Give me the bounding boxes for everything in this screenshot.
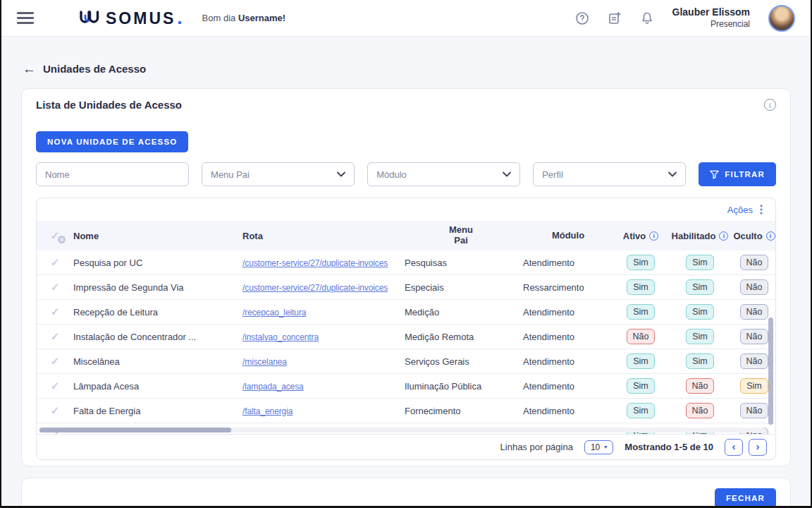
- row-modulo: Atendimento: [517, 307, 613, 318]
- row-menu-pai: Medição: [403, 307, 517, 318]
- oculto-info-icon[interactable]: i: [766, 231, 775, 241]
- chevron-down-icon: [337, 171, 345, 177]
- row-modulo: Atendimento: [517, 356, 613, 367]
- logo-text: SOMUS: [106, 9, 176, 28]
- fechar-button[interactable]: FECHAR: [715, 488, 776, 508]
- funnel-icon: [710, 170, 719, 179]
- note-add-icon[interactable]: [608, 11, 622, 25]
- avatar[interactable]: [768, 5, 795, 32]
- habilitado-badge: Não: [686, 378, 715, 394]
- row-modulo: Atendimento: [517, 332, 613, 342]
- user-name: Glauber Elissom: [672, 6, 750, 19]
- row-check-icon[interactable]: ✓: [51, 306, 60, 318]
- showing-range: Mostrando 1-5 de 10: [625, 442, 713, 452]
- row-menu-pai: Iluminação Pública: [403, 381, 517, 392]
- menu-pai-select[interactable]: Menu Pai: [202, 162, 355, 186]
- modulo-select[interactable]: Módulo: [367, 162, 520, 186]
- row-rota-link[interactable]: /recepcao_leitura: [242, 308, 306, 318]
- oculto-badge: Não: [740, 279, 769, 295]
- ativo-badge: Sim: [627, 255, 655, 270]
- row-nome: Instalação de Concentrador ...: [73, 332, 242, 342]
- bell-icon[interactable]: [640, 11, 654, 25]
- row-rota-link[interactable]: /customer-service/27/duplicate-invoices: [242, 258, 388, 268]
- row-check-icon[interactable]: ✓: [51, 380, 60, 392]
- filter-bar: Menu Pai Módulo Perfil: [36, 162, 776, 186]
- app-window: SOMUS . Bom dia Username!: [0, 0, 812, 508]
- access-units-table: Ações ⋮ ✓ 0 Nome Rota Menu Pai Módulo: [36, 198, 776, 460]
- greeting: Bom dia Username!: [202, 13, 286, 23]
- table-row: ✓ Instalação de Concentrador ... /instal…: [37, 325, 775, 349]
- row-nome: Miscelânea: [73, 356, 242, 367]
- row-rota-link[interactable]: /customer-service/27/duplicate-invoices: [242, 283, 388, 293]
- ativo-badge: Sim: [627, 353, 655, 369]
- row-check-icon[interactable]: ✓: [51, 330, 60, 342]
- pagination-bar: Linhas por página 10 ▾ Mostrando 1-5 de …: [37, 434, 775, 459]
- kebab-icon[interactable]: ⋮: [756, 204, 767, 215]
- rows-per-page-label: Linhas por página: [500, 442, 573, 452]
- ativo-badge: Sim: [627, 378, 655, 394]
- table-row: ✓ Pesquisa por UC /customer-service/27/d…: [37, 250, 775, 275]
- oculto-badge: Não: [740, 304, 769, 320]
- filtrar-button[interactable]: FILTRAR: [699, 162, 776, 186]
- caret-down-icon: ▾: [604, 444, 607, 450]
- next-page-button[interactable]: ›: [749, 439, 767, 456]
- row-nome: Recepção de Leitura: [73, 307, 242, 318]
- row-menu-pai: Fornecimento: [403, 406, 517, 416]
- actions-menu[interactable]: Ações: [727, 205, 753, 215]
- table-row: ✓ Miscelânea /miscelanea Serviços Gerais…: [37, 349, 775, 374]
- row-rota-link[interactable]: /miscelanea: [242, 357, 287, 367]
- habilitado-badge: Sim: [686, 304, 714, 320]
- logo-dot: .: [177, 7, 182, 29]
- row-check-icon[interactable]: ✓: [51, 404, 60, 416]
- row-menu-pai: Medição Remota: [403, 332, 517, 342]
- select-all-check-icon[interactable]: ✓ 0: [51, 229, 60, 242]
- horizontal-scrollbar[interactable]: [39, 428, 231, 433]
- row-rota-link[interactable]: /falta_energia: [242, 406, 293, 416]
- oculto-badge: Não: [740, 329, 769, 344]
- rows-per-page-select[interactable]: 10 ▾: [584, 440, 613, 454]
- row-menu-pai: Especiais: [403, 282, 517, 293]
- menu-icon[interactable]: [17, 12, 34, 24]
- habilitado-info-icon[interactable]: i: [719, 231, 728, 241]
- row-check-icon[interactable]: ✓: [51, 256, 60, 268]
- row-modulo: Atendimento: [517, 381, 613, 392]
- habilitado-badge: Sim: [686, 353, 714, 369]
- back-arrow-icon[interactable]: ←: [23, 62, 36, 75]
- col-menu-pai: Menu Pai: [403, 225, 517, 246]
- vertical-scrollbar[interactable]: [768, 318, 773, 425]
- greeting-username: Username!: [238, 13, 285, 23]
- prev-page-button[interactable]: ‹: [725, 439, 743, 456]
- card-info-icon[interactable]: i: [764, 99, 776, 111]
- access-units-card: Lista de Unidades de Acesso i NOVA UNIDA…: [21, 88, 791, 466]
- oculto-badge: Não: [740, 403, 769, 418]
- row-modulo: Atendimento: [517, 406, 613, 416]
- nome-input[interactable]: [36, 162, 189, 186]
- help-icon[interactable]: [575, 11, 589, 25]
- habilitado-badge: Não: [686, 403, 715, 418]
- col-nome: Nome: [73, 231, 242, 241]
- row-rota-link[interactable]: /instalvao_concentra: [242, 332, 319, 342]
- chevron-down-icon: [503, 171, 511, 177]
- row-check-icon[interactable]: ✓: [51, 355, 60, 367]
- row-menu-pai: Pesquisas: [403, 258, 517, 268]
- row-rota-link[interactable]: /lampada_acesa: [242, 382, 304, 392]
- chevron-down-icon: [668, 171, 677, 177]
- new-access-unit-button[interactable]: NOVA UNIDADE DE ACESSO: [36, 131, 188, 152]
- col-oculto: Ocultoi: [732, 231, 777, 241]
- oculto-badge: Não: [740, 255, 769, 270]
- user-menu[interactable]: Glauber Elissom Presencial: [672, 6, 750, 30]
- row-check-icon[interactable]: ✓: [51, 281, 60, 293]
- table-header: ✓ 0 Nome Rota Menu Pai Módulo Ativoi Hab…: [37, 221, 775, 250]
- ativo-info-icon[interactable]: i: [649, 231, 658, 241]
- logo: SOMUS .: [79, 7, 183, 29]
- card-title: Lista de Unidades de Acesso: [36, 99, 182, 111]
- perfil-select[interactable]: Perfil: [533, 162, 686, 186]
- table-row: ✓ Falta de Energia /falta_energia Fornec…: [37, 399, 775, 423]
- app-header: SOMUS . Bom dia Username!: [1, 0, 811, 37]
- col-rota: Rota: [242, 231, 403, 241]
- row-modulo: Ressarcimento: [517, 282, 613, 293]
- page-title: Unidades de Acesso: [43, 63, 146, 75]
- row-modulo: Atendimento: [517, 258, 613, 268]
- selection-count-badge: 0: [58, 236, 66, 243]
- ativo-badge: Não: [627, 329, 656, 344]
